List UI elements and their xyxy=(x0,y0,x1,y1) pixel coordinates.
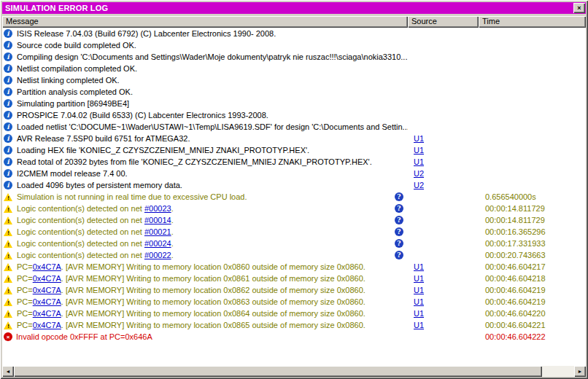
message-text-post: . xyxy=(171,204,174,213)
message-cell: i AVR Release 7.5SP0 build 6751 for ATME… xyxy=(2,134,408,143)
log-row[interactable]: i Simulating partition [86949BE4] xyxy=(2,98,586,109)
log-row[interactable]: ! PC= 0x4C7A . [AVR MEMORY] Writing to m… xyxy=(2,296,586,308)
message-cell: ! PC= 0x4C7A . [AVR MEMORY] Writing to m… xyxy=(2,286,408,295)
log-row[interactable]: i Partition analysis completed OK. xyxy=(2,86,586,98)
window-title: SIMULATION ERROR LOG xyxy=(5,4,573,12)
source-link[interactable]: U1 xyxy=(414,157,424,166)
message-link[interactable]: 0x4C7A xyxy=(33,274,61,283)
log-row[interactable]: ! Logic contention(s) detected on net #0… xyxy=(2,238,586,249)
message-link[interactable]: 0x4C7A xyxy=(33,321,61,329)
help-icon[interactable]: ? xyxy=(395,216,403,224)
source-link[interactable]: U2 xyxy=(414,169,424,178)
scroll-left-icon[interactable]: ◄ xyxy=(2,366,14,377)
column-header-source[interactable]: Source xyxy=(408,16,479,28)
scroll-right-icon[interactable]: ► xyxy=(574,366,586,377)
time-cell: 00:00:17.331933 xyxy=(479,239,586,248)
log-row[interactable]: i Loaded 4096 bytes of persistent memory… xyxy=(2,179,586,191)
column-header-message[interactable]: Message xyxy=(2,16,408,28)
log-row[interactable]: ! Logic contention(s) detected on net #0… xyxy=(2,226,586,238)
message-cell: ! Logic contention(s) detected on net #0… xyxy=(2,239,408,249)
message-text-post: . [AVR MEMORY] Writing to memory locatio… xyxy=(61,262,365,271)
error-icon: × xyxy=(4,332,12,341)
log-row[interactable]: × Invalid opcode 0xFFFF at PC=0x646A 00:… xyxy=(2,331,586,343)
help-icon[interactable]: ? xyxy=(395,239,403,248)
message-cell: i Loaded netlist 'C:\DOCUME~1\Wader\USTA… xyxy=(2,122,408,131)
message-link[interactable]: 0x4C7A xyxy=(33,286,61,294)
message-cell: ! PC= 0x4C7A . [AVR MEMORY] Writing to m… xyxy=(2,262,408,272)
source-link[interactable]: U1 xyxy=(414,321,424,329)
log-row[interactable]: ! PC= 0x4C7A . [AVR MEMORY] Writing to m… xyxy=(2,284,586,296)
help-icon[interactable]: ? xyxy=(395,227,403,236)
message-link[interactable]: #00022 xyxy=(144,251,171,259)
message-text: PC= xyxy=(17,274,33,283)
source-link[interactable]: U1 xyxy=(414,286,424,294)
log-row[interactable]: i Compiling design 'C:\Documents and Set… xyxy=(2,51,586,63)
info-icon: i xyxy=(4,111,12,120)
source-cell: U1 xyxy=(408,321,479,329)
column-header-time[interactable]: Time xyxy=(479,16,586,28)
source-cell: U1 xyxy=(408,309,479,318)
scroll-thumb[interactable] xyxy=(14,366,542,377)
log-row[interactable]: ! PC= 0x4C7A . [AVR MEMORY] Writing to m… xyxy=(2,319,586,331)
message-text: Logic contention(s) detected on net xyxy=(17,251,144,259)
warning-icon: ! xyxy=(4,297,13,307)
info-icon: i xyxy=(4,64,12,73)
help-icon[interactable]: ? xyxy=(395,204,403,213)
message-text: Loaded netlist 'C:\DOCUME~1\Wader\USTAWI… xyxy=(17,122,408,131)
message-link[interactable]: #00023 xyxy=(144,204,171,213)
log-row[interactable]: ! Logic contention(s) detected on net #0… xyxy=(2,214,586,226)
log-row[interactable]: i Netlist compilation completed OK. xyxy=(2,63,586,74)
help-icon[interactable]: ? xyxy=(395,192,403,201)
message-cell: i PROSPICE 7.04.02 (Build 6533) (C) Labc… xyxy=(2,111,408,120)
message-link[interactable]: 0x4C7A xyxy=(33,262,61,271)
source-link[interactable]: U1 xyxy=(414,274,424,283)
time-cell: 00:00:20.743663 xyxy=(479,251,586,259)
help-icon[interactable]: ? xyxy=(395,251,403,259)
message-link[interactable]: 0x4C7A xyxy=(33,309,61,318)
info-icon: i xyxy=(4,157,12,166)
message-text: Netlist compilation completed OK. xyxy=(17,64,137,73)
log-row[interactable]: ! Logic contention(s) detected on net #0… xyxy=(2,203,586,214)
info-icon: i xyxy=(4,134,12,143)
scroll-track[interactable] xyxy=(542,366,574,377)
log-row[interactable]: i Read total of 20392 bytes from file 'K… xyxy=(2,156,586,168)
info-icon: i xyxy=(4,169,12,178)
log-row[interactable]: i I2CMEM model release 7.4 00. U2 xyxy=(2,168,586,179)
message-link[interactable]: #00021 xyxy=(144,227,171,236)
message-cell: i Simulating partition [86949BE4] xyxy=(2,99,408,108)
source-link[interactable]: U1 xyxy=(414,297,424,306)
close-icon[interactable]: × xyxy=(573,3,585,13)
log-row[interactable]: i Source code build completed OK. xyxy=(2,39,586,51)
log-row[interactable]: ! PC= 0x4C7A . [AVR MEMORY] Writing to m… xyxy=(2,308,586,319)
source-link[interactable]: U1 xyxy=(414,309,424,318)
time-cell: 00:00:46.604222 xyxy=(479,332,586,341)
source-cell: U1 xyxy=(408,297,479,306)
time-cell: 00:00:16.365296 xyxy=(479,227,586,236)
source-link[interactable]: U1 xyxy=(414,262,424,271)
source-link[interactable]: U1 xyxy=(414,146,424,155)
titlebar[interactable]: SIMULATION ERROR LOG × xyxy=(2,2,586,14)
log-row[interactable]: ! PC= 0x4C7A . [AVR MEMORY] Writing to m… xyxy=(2,273,586,284)
source-link[interactable]: U2 xyxy=(414,181,424,190)
message-link[interactable]: 0x4C7A xyxy=(33,297,61,306)
log-row[interactable]: i Loading HEX file 'KONIEC_Z CZYSZCZENIE… xyxy=(2,144,586,156)
log-row[interactable]: i ISIS Release 7.04.03 (Build 6792) (C) … xyxy=(2,28,586,39)
horizontal-scrollbar[interactable]: ◄ ► xyxy=(2,366,586,377)
message-link[interactable]: #00014 xyxy=(144,216,171,224)
log-row[interactable]: ! Logic contention(s) detected on net #0… xyxy=(2,249,586,261)
log-list: i ISIS Release 7.04.03 (Build 6792) (C) … xyxy=(2,28,586,366)
source-link[interactable]: U1 xyxy=(414,134,424,143)
message-cell: i I2CMEM model release 7.4 00. xyxy=(2,169,408,178)
message-link[interactable]: #00024 xyxy=(144,239,171,248)
info-icon: i xyxy=(4,41,12,50)
message-cell: ! Logic contention(s) detected on net #0… xyxy=(2,227,408,237)
warning-icon: ! xyxy=(4,216,13,225)
log-row[interactable]: i Loaded netlist 'C:\DOCUME~1\Wader\USTA… xyxy=(2,121,586,133)
log-row[interactable]: i Netlist linking completed OK. xyxy=(2,74,586,86)
log-row[interactable]: i PROSPICE 7.04.02 (Build 6533) (C) Labc… xyxy=(2,109,586,121)
message-cell: i Source code build completed OK. xyxy=(2,41,408,50)
log-row[interactable]: ! PC= 0x4C7A . [AVR MEMORY] Writing to m… xyxy=(2,261,586,273)
warning-icon: ! xyxy=(4,309,13,319)
log-row[interactable]: ! Simulation is not running in real time… xyxy=(2,191,586,203)
log-row[interactable]: i AVR Release 7.5SP0 build 6751 for ATME… xyxy=(2,133,586,144)
